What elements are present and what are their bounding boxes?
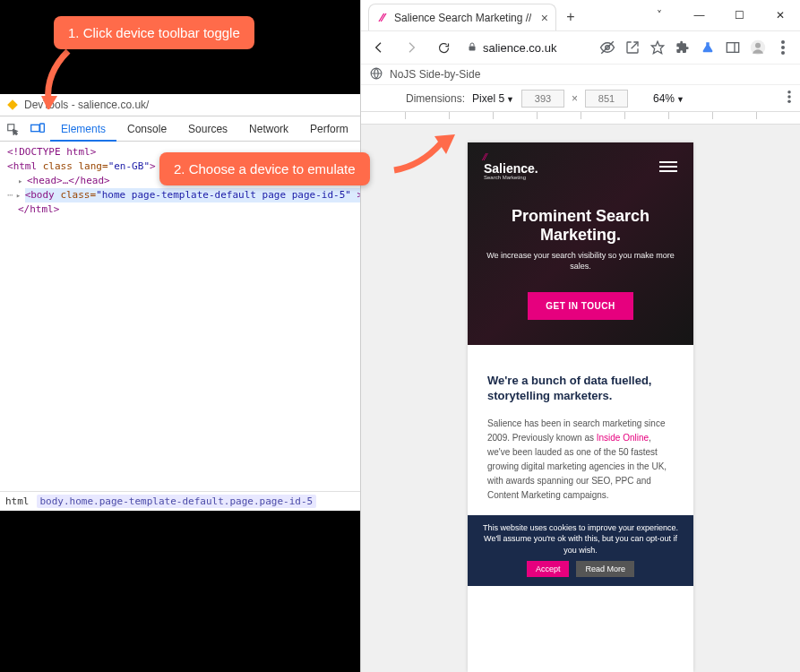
emulation-menu-icon[interactable] xyxy=(787,90,791,106)
cookie-accept-button[interactable]: Accept xyxy=(527,561,570,577)
browser-tab[interactable]: ⁄⁄ Salience Search Marketing // × xyxy=(368,4,556,30)
svg-point-14 xyxy=(781,51,785,55)
tab-favicon-icon: ⁄⁄ xyxy=(376,12,389,24)
nojs-label: NoJS Side-by-Side xyxy=(390,68,480,81)
forward-button[interactable] xyxy=(399,35,424,60)
body-heading: We're a bunch of data fuelled, storytell… xyxy=(487,374,674,404)
window-caret-down-icon[interactable]: ˅ xyxy=(639,2,679,29)
breadcrumb-body[interactable]: body.home.page-template-default.page.pag… xyxy=(37,495,317,508)
globe-icon xyxy=(370,67,383,82)
zoom-selector[interactable]: 64%▼ xyxy=(653,92,684,105)
devtools-tab-network[interactable]: Network xyxy=(238,116,299,142)
dom-tree-panel[interactable]: <!DOCTYPE html> <html class lang="en-GB"… xyxy=(0,142,360,491)
tab-close-icon[interactable]: × xyxy=(541,11,548,25)
devtools-tab-performance[interactable]: Perform xyxy=(299,116,359,142)
svg-rect-4 xyxy=(469,46,476,50)
annotation-callout-1: 1. Click device toolbar toggle xyxy=(54,16,254,49)
window-close-button[interactable]: ✕ xyxy=(760,2,800,29)
url-text: salience.co.uk xyxy=(483,41,556,55)
background-area xyxy=(0,511,360,672)
tab-strip: ⁄⁄ Salience Search Marketing // × + xyxy=(368,4,581,30)
window-maximize-button[interactable]: ☐ xyxy=(719,2,760,29)
svg-point-13 xyxy=(781,46,785,49)
cookie-banner: This website uses cookies to improve you… xyxy=(468,515,693,587)
svg-rect-8 xyxy=(727,43,738,53)
svg-rect-3 xyxy=(40,124,45,132)
svg-point-11 xyxy=(755,43,761,48)
svg-point-16 xyxy=(787,90,791,94)
eye-off-icon[interactable] xyxy=(599,39,615,56)
devtools-tab-elements[interactable]: Elements xyxy=(50,116,116,142)
hamburger-menu-icon[interactable] xyxy=(659,161,677,172)
devtools-tab-console[interactable]: Console xyxy=(116,116,177,142)
device-toolbar-toggle-icon[interactable] xyxy=(25,116,50,142)
lock-icon xyxy=(467,40,477,56)
devtools-tab-strip: Elements Console Sources Network Perform xyxy=(0,116,360,142)
viewport-width-input[interactable] xyxy=(521,90,564,108)
inspect-element-icon[interactable] xyxy=(0,116,25,142)
ruler xyxy=(361,112,800,125)
device-selector[interactable]: Pixel 5▼ xyxy=(472,92,514,105)
emulated-viewport: ⁄⁄ Salience. Search Marketing Prominent … xyxy=(361,125,800,672)
flask-icon[interactable] xyxy=(700,39,716,56)
extensions-icon[interactable] xyxy=(675,39,691,56)
tab-title: Salience Search Marketing // xyxy=(394,12,531,24)
nojs-extension-bar[interactable]: NoJS Side-by-Side xyxy=(361,64,800,85)
site-logo[interactable]: ⁄⁄ Salience. Search Marketing xyxy=(484,153,538,180)
dimensions-label: Dimensions: xyxy=(406,92,465,105)
viewport-height-input[interactable] xyxy=(585,90,628,108)
devtools-app-icon xyxy=(5,99,19,112)
hero-title: Prominent Search Marketing. xyxy=(484,207,677,244)
svg-point-12 xyxy=(781,40,785,44)
device-emulation-bar: Dimensions: Pixel 5▼ × 64%▼ xyxy=(361,85,800,112)
cta-button[interactable]: GET IN TOUCH xyxy=(528,292,632,320)
annotation-arrow-1-icon xyxy=(41,47,77,109)
star-icon[interactable] xyxy=(649,39,666,56)
cookie-text: This website uses cookies to improve you… xyxy=(478,522,683,556)
svg-point-18 xyxy=(787,100,791,104)
breadcrumb-html[interactable]: html xyxy=(5,495,30,507)
logo-tagline: Search Marketing xyxy=(484,175,538,180)
cookie-readmore-button[interactable]: Read More xyxy=(576,561,634,577)
inside-online-link[interactable]: Inside Online xyxy=(597,433,649,443)
annotation-arrow-2-icon xyxy=(385,134,457,179)
svg-point-17 xyxy=(787,95,791,99)
device-frame: ⁄⁄ Salience. Search Marketing Prominent … xyxy=(468,142,693,672)
svg-marker-0 xyxy=(7,99,18,110)
logo-text: Salience. xyxy=(484,162,538,175)
svg-rect-2 xyxy=(31,125,39,131)
share-icon[interactable] xyxy=(624,39,641,56)
devtools-tab-sources[interactable]: Sources xyxy=(177,116,238,142)
dom-html-close[interactable]: </html> xyxy=(7,202,360,217)
svg-marker-19 xyxy=(41,96,57,109)
page-body-section: We're a bunch of data fuelled, storytell… xyxy=(468,345,693,515)
browser-menu-icon[interactable] xyxy=(775,39,791,56)
window-minimize-button[interactable]: — xyxy=(679,2,719,29)
body-paragraph: Salience has been in search marketing si… xyxy=(487,417,674,503)
annotation-callout-2: 2. Choose a device to emulate xyxy=(159,152,370,185)
address-bar: salience.co.uk xyxy=(361,31,800,64)
dom-body[interactable]: ⋯<body class="home page-template-default… xyxy=(7,188,360,202)
profile-avatar-icon[interactable] xyxy=(750,39,766,56)
side-panel-icon[interactable] xyxy=(725,39,741,56)
new-tab-button[interactable]: + xyxy=(560,6,581,28)
dom-breadcrumb[interactable]: html body.home.page-template-default.pag… xyxy=(0,491,360,511)
reload-button[interactable] xyxy=(431,35,456,60)
hero-subtitle: We increase your search visibility so yo… xyxy=(484,251,677,271)
browser-titlebar: ⁄⁄ Salience Search Marketing // × + ˅ — … xyxy=(361,0,800,31)
dimension-separator: × xyxy=(572,92,578,105)
svg-marker-7 xyxy=(651,41,663,53)
url-field[interactable]: salience.co.uk xyxy=(467,40,556,56)
browser-window: ⁄⁄ Salience Search Marketing // × + ˅ — … xyxy=(360,0,800,672)
back-button[interactable] xyxy=(366,35,391,60)
page-hero: ⁄⁄ Salience. Search Marketing Prominent … xyxy=(468,142,693,345)
